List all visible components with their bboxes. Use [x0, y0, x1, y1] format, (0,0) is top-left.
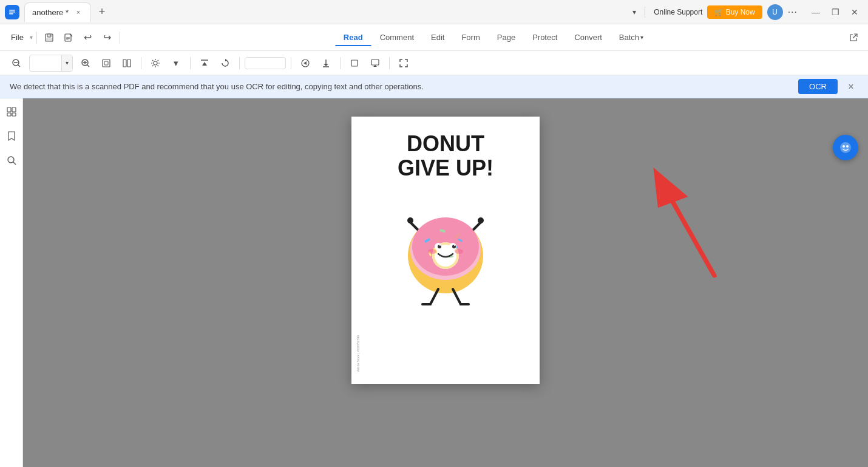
tab-batch[interactable]: Batch ▾: [611, 29, 652, 46]
svg-rect-6: [46, 38, 52, 41]
svg-point-71: [438, 245, 441, 248]
new-tab-button[interactable]: +: [93, 4, 110, 21]
tab-edit[interactable]: Edit: [422, 29, 453, 46]
online-support-link[interactable]: Online Support: [654, 8, 702, 16]
toolbar2: 110% ▾ ▾ 1 / 1: [0, 51, 868, 75]
svg-rect-10: [66, 38, 70, 39]
svg-point-24: [154, 61, 157, 65]
title-bar: anothere * × + ▾ Online Support 🛒 Buy No…: [0, 0, 868, 24]
svg-line-15: [18, 65, 20, 67]
tab-close-button[interactable]: ×: [73, 7, 83, 17]
toolbar-icons: ↩ ↪: [41, 29, 116, 46]
zoom-in-button[interactable]: [76, 54, 95, 72]
fullscreen-button[interactable]: [395, 54, 413, 72]
user-avatar[interactable]: U: [767, 4, 783, 20]
tab-form[interactable]: Form: [453, 29, 488, 46]
svg-rect-46: [7, 113, 11, 116]
menu-separator-2: [120, 32, 120, 44]
file-menu[interactable]: File: [5, 29, 30, 46]
zoom-input[interactable]: 110%: [30, 57, 61, 69]
page-navigation[interactable]: 1 / 1: [245, 57, 286, 69]
svg-rect-41: [351, 60, 358, 66]
zoom-dropdown-arrow[interactable]: ▾: [61, 55, 72, 71]
svg-point-82: [840, 142, 851, 153]
menu-bar: File ▾ ↩ ↪ Read Com: [0, 24, 868, 51]
menu-separator: [36, 32, 37, 44]
ocr-banner-close[interactable]: ×: [844, 80, 858, 94]
svg-line-30: [158, 65, 159, 66]
svg-rect-45: [12, 107, 16, 112]
svg-line-29: [152, 60, 154, 61]
svg-rect-3: [9, 13, 13, 15]
download-button[interactable]: [317, 54, 335, 72]
pdf-area[interactable]: DoNUT GIVE UP!: [23, 98, 868, 467]
svg-point-73: [439, 245, 441, 246]
window-controls: — ❐ ✕: [807, 4, 863, 21]
svg-point-72: [452, 245, 456, 248]
svg-point-76: [455, 249, 463, 254]
svg-marker-39: [324, 64, 328, 66]
svg-rect-23: [127, 60, 131, 67]
maximize-button[interactable]: ❐: [827, 4, 844, 21]
ocr-banner-text: We detect that this is a scanned PDF and…: [10, 82, 792, 91]
scroll-top-button[interactable]: [195, 54, 214, 72]
save-button[interactable]: [41, 29, 58, 46]
svg-line-32: [152, 65, 154, 66]
svg-rect-47: [12, 113, 16, 116]
tab-title: anothere *: [32, 8, 69, 17]
sidebar-pages-button[interactable]: [3, 103, 20, 120]
svg-point-48: [8, 157, 14, 163]
tab-dropdown[interactable]: ▾: [632, 8, 636, 16]
close-window-button[interactable]: ✕: [846, 4, 863, 21]
separator3: [239, 57, 240, 69]
zoom-control[interactable]: 110% ▾: [29, 55, 73, 72]
undo-button[interactable]: ↩: [80, 29, 97, 46]
svg-rect-21: [104, 61, 108, 65]
tab-protect[interactable]: Protect: [524, 29, 566, 46]
view-mode-button[interactable]: [118, 54, 136, 72]
app-logo: [5, 5, 19, 19]
left-sidebar: [0, 98, 23, 467]
svg-marker-37: [303, 61, 307, 65]
separator: [645, 7, 645, 18]
svg-rect-11: [66, 39, 69, 40]
svg-rect-22: [123, 60, 126, 67]
sidebar-bookmark-button[interactable]: [3, 128, 20, 145]
svg-rect-42: [371, 60, 379, 65]
svg-point-84: [846, 145, 849, 148]
minimize-button[interactable]: —: [807, 4, 824, 21]
buy-now-button[interactable]: 🛒 Buy Now: [707, 5, 762, 19]
assistant-fab[interactable]: [833, 135, 858, 160]
redo-button[interactable]: ↪: [99, 29, 116, 46]
svg-line-31: [158, 60, 159, 61]
annotation-button[interactable]: [366, 54, 384, 72]
svg-rect-7: [50, 34, 51, 36]
brightness-dropdown[interactable]: ▾: [167, 54, 185, 72]
tab-read[interactable]: Read: [335, 29, 371, 46]
external-link-button[interactable]: [845, 29, 862, 46]
svg-point-74: [454, 245, 455, 246]
tab-comment[interactable]: Comment: [371, 29, 422, 46]
zoom-out-button[interactable]: [7, 54, 25, 72]
separator2: [190, 57, 191, 69]
sidebar-search-button[interactable]: [3, 152, 20, 169]
tab-convert[interactable]: Convert: [566, 29, 611, 46]
more-options-button[interactable]: ···: [788, 7, 798, 18]
tab-page[interactable]: Page: [489, 29, 524, 46]
watermark-text: Adobe Stock | #228752396: [356, 335, 360, 372]
crop-button[interactable]: [345, 54, 364, 72]
brightness-button[interactable]: [146, 54, 164, 72]
pdf-title-text: DoNUT GIVE UP!: [398, 132, 493, 180]
svg-point-53: [478, 217, 484, 223]
ocr-button[interactable]: OCR: [798, 79, 838, 94]
svg-line-12: [853, 35, 856, 38]
svg-rect-9: [66, 37, 70, 38]
separator4: [291, 57, 291, 69]
rotate-button[interactable]: [216, 54, 234, 72]
save-as-button[interactable]: [60, 29, 77, 46]
page-number-input[interactable]: 1 / 1: [250, 59, 280, 67]
fit-page-button[interactable]: [97, 54, 115, 72]
prev-page-button[interactable]: [296, 54, 314, 72]
separator5: [340, 57, 341, 69]
active-tab[interactable]: anothere * ×: [24, 2, 91, 22]
